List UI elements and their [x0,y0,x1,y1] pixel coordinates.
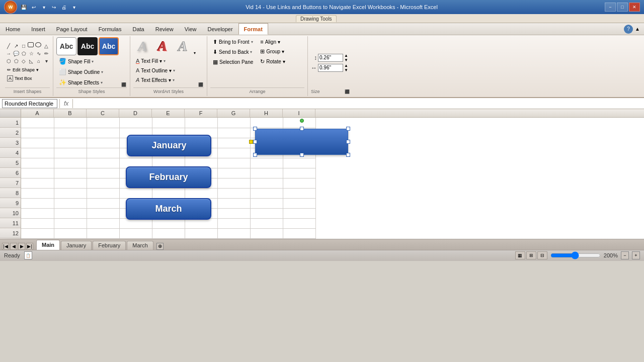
cell-G11[interactable] [217,218,250,228]
rotate-button[interactable]: ↻ Rotate ▾ [258,57,287,66]
col-header-e[interactable]: E [152,109,185,117]
height-spinup[interactable]: ▲▼ [344,53,348,62]
cell-B12[interactable] [54,228,87,238]
shape-rect[interactable]: □ [20,42,27,49]
cell-H12[interactable] [250,228,283,238]
text-fill-button[interactable]: A Text Fill ▾ ▾ [133,56,196,65]
selected-rect-shape[interactable] [255,129,348,155]
shape-diamond[interactable]: ◇ [20,57,27,64]
tab-last[interactable]: ▶| [26,243,33,250]
shape-isosceles[interactable]: △ [43,42,50,49]
cell-A4[interactable] [21,148,54,158]
cell-F11[interactable] [185,218,217,228]
march-shape[interactable]: March [126,198,211,220]
cell-C3[interactable] [87,138,119,148]
shape-right-tri[interactable]: ◺ [28,57,35,64]
cell-C6[interactable] [87,168,119,178]
tab-next[interactable]: ▶ [18,243,25,250]
cell-E11[interactable] [152,218,185,228]
handle-mid-right[interactable] [346,140,350,144]
cell-I10[interactable] [283,208,315,218]
january-shape[interactable]: January [127,135,211,156]
shape-star[interactable]: ☆ [28,50,35,57]
row-header-9[interactable]: 9 [0,198,21,208]
col-header-g[interactable]: G [217,109,250,117]
menu-format[interactable]: Format [238,23,268,35]
cell-I1[interactable] [283,118,315,128]
shape-arrow-line[interactable]: ↗ [13,42,20,49]
bring-to-front-button[interactable]: ⬆ Bring to Front ▾ [210,37,256,47]
handle-mid-left[interactable] [253,140,257,144]
cell-H8[interactable] [250,188,283,198]
shape-effects-button[interactable]: ✨ Shape Effects ▾ [56,77,119,87]
zoom-out-btn[interactable]: − [621,251,629,259]
cell-E1[interactable] [152,118,185,128]
cell-H7[interactable] [250,178,283,188]
print-button[interactable]: 🖨 [59,3,68,12]
cell-G10[interactable] [217,208,250,218]
col-header-a[interactable]: A [21,109,54,117]
normal-view-btn[interactable]: ▦ [515,251,525,259]
cell-I5[interactable] [283,158,315,168]
cell-G1[interactable] [217,118,250,128]
wordart-style-1[interactable]: A [133,37,151,55]
cell-A8[interactable] [21,188,54,198]
shape-octagon[interactable]: ⬠ [13,57,20,64]
cell-H5[interactable] [250,158,283,168]
cell-D1[interactable] [119,118,152,128]
tab-february[interactable]: February [93,241,126,250]
cell-I9[interactable] [283,198,315,208]
maximize-button[interactable]: □ [617,3,628,12]
cell-C2[interactable] [87,128,119,138]
tab-prev[interactable]: ◀ [10,243,17,250]
selection-pane-button[interactable]: ▦ Selection Pane [210,57,256,67]
handle-top-mid[interactable] [300,127,304,131]
cell-B8[interactable] [54,188,87,198]
menu-data[interactable]: Data [127,23,149,35]
cell-A11[interactable] [21,218,54,228]
text-effects-button[interactable]: A Text Effects ▾ ▾ [133,75,196,84]
office-button[interactable]: W [4,1,17,14]
cell-B1[interactable] [54,118,87,128]
col-header-d[interactable]: D [119,109,152,117]
cell-C5[interactable] [87,158,119,168]
cell-B6[interactable] [54,168,87,178]
cell-G2[interactable] [217,128,250,138]
rotate-handle[interactable] [300,119,304,123]
cell-I12[interactable] [283,228,315,238]
edit-shape-button[interactable]: ✏ Edit Shape ▾ [5,66,41,73]
handle-bot-left[interactable] [253,153,257,157]
zoom-in-btn[interactable]: + [632,251,640,259]
zoom-slider[interactable] [550,252,601,258]
undo-arrow[interactable]: ▾ [39,3,48,12]
cell-A3[interactable] [21,138,54,148]
cell-H9[interactable] [250,198,283,208]
cell-H6[interactable] [250,168,283,178]
cell-I11[interactable] [283,218,315,228]
cell-G3[interactable] [217,138,250,148]
row-header-12[interactable]: 12 [0,228,21,238]
cell-G5[interactable] [217,158,250,168]
wordart-expand[interactable]: ▾ [194,51,196,55]
handle-bot-right[interactable] [346,153,350,157]
row-header-10[interactable]: 10 [0,208,21,218]
row-header-5[interactable]: 5 [0,158,21,168]
cell-G4[interactable] [217,148,250,158]
wordart-style-3[interactable]: A [174,37,192,55]
tab-main[interactable]: Main [36,240,60,250]
cell-F8[interactable] [185,188,217,198]
shape-callout[interactable]: 💬 [13,50,20,57]
shape-outline-button[interactable]: ⬜ Shape Outline ▾ [56,67,119,77]
swatch-dark[interactable]: Abc [77,37,98,55]
tab-first[interactable]: |◀ [2,243,9,250]
select-all-corner[interactable] [0,109,21,117]
shape-fill-button[interactable]: 🪣 Shape Fill ▾ [56,56,119,66]
tab-insert[interactable]: ⊕ [156,243,164,250]
width-input[interactable] [318,64,343,72]
page-layout-btn[interactable]: ⊞ [526,251,536,259]
cell-A5[interactable] [21,158,54,168]
cell-G12[interactable] [217,228,250,238]
cell-I6[interactable] [283,168,315,178]
february-shape[interactable]: February [126,166,211,188]
shape-curve[interactable]: ∿ [35,50,42,57]
